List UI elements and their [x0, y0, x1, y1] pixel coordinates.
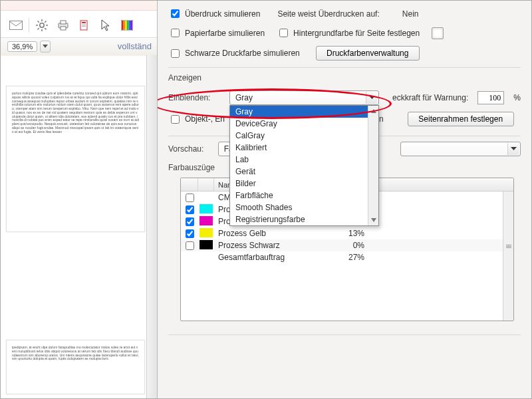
dropdown-option[interactable]: Gerät [230, 166, 378, 178]
vorschau-combo-right[interactable] [400, 142, 521, 156]
color-swatch [200, 240, 213, 249]
fit-label[interactable]: vollständ [118, 41, 152, 51]
opacity-input[interactable] [477, 91, 504, 104]
row-checkbox-cell[interactable] [181, 227, 198, 240]
svg-rect-15 [82, 25, 86, 25]
einblenden-combo-value: Gray [235, 93, 253, 102]
dropdown-option[interactable]: DeviceGray [230, 118, 378, 130]
page-overprint-value: Nein [402, 9, 419, 19]
overprint-simulate-input[interactable] [171, 9, 180, 18]
document-preflight-icon[interactable] [76, 17, 93, 33]
print-icon[interactable] [55, 17, 72, 33]
row-checkbox[interactable] [186, 217, 194, 226]
table-scrollbar[interactable] [503, 192, 513, 321]
svg-rect-18 [122, 21, 124, 30]
row-swatch-cell [198, 252, 214, 263]
row-swatch-cell [198, 216, 214, 227]
row-checkbox-cell[interactable] [181, 239, 198, 252]
dropdown-scrollbar[interactable] [368, 106, 378, 225]
papercolor-checkbox[interactable]: Papierfarbe simulieren [168, 27, 265, 39]
page-thumbnail-1[interactable]: portos molupta cusdae quis el iplendebe … [6, 86, 145, 232]
row-checkbox-cell[interactable] [181, 192, 198, 204]
deckkraft-label: eckkraft für Warnung: [392, 93, 468, 102]
dropdown-option[interactable]: Smooth Shades [230, 201, 378, 213]
row-checkbox[interactable] [186, 194, 194, 202]
chevron-down-icon[interactable] [366, 92, 377, 104]
objekt-checkbox[interactable]: Objekt-, En [168, 113, 225, 126]
scroll-down-arrow-icon[interactable] [368, 215, 378, 225]
table-row[interactable]: Prozess Schwarz0% [181, 239, 513, 251]
page-thumbnail-2[interactable]: ipedipsam, at erorit ulpa dolum facepudi… [6, 340, 145, 394]
blackink-input[interactable] [171, 49, 180, 58]
row-checkbox[interactable] [186, 241, 194, 250]
gear-icon[interactable] [33, 17, 51, 33]
zoom-dropdown-button[interactable] [40, 41, 51, 53]
svg-rect-21 [127, 21, 129, 30]
dropdown-option[interactable]: Bilder [230, 178, 378, 190]
dropdown-option[interactable]: Lab [230, 154, 378, 166]
zoom-row: 36,9% vollständ [1, 37, 157, 56]
blackink-checkbox[interactable]: Schwarze Druckfarbe simulieren [168, 47, 300, 60]
einblenden-dropdown[interactable]: GrayDeviceGrayCalGrayKalibriertLabGerätB… [229, 105, 379, 226]
svg-rect-23 [130, 21, 132, 30]
einblenden-combo[interactable]: Gray [229, 90, 379, 105]
scroll-up-arrow-icon[interactable] [368, 106, 378, 116]
page-overprint-static: Seite weist Überdrucken auf: [277, 9, 379, 19]
svg-rect-19 [124, 21, 126, 30]
objekt-input[interactable] [171, 115, 180, 124]
svg-rect-16 [82, 26, 86, 27]
objekt-tail: n [379, 114, 384, 124]
seitenrahmen-button[interactable]: Seitenrahmen festlegen [408, 112, 514, 126]
svg-line-6 [38, 21, 39, 23]
overprint-simulate-checkbox[interactable]: Überdruck simulieren [168, 7, 260, 20]
left-vertical-scrollbar[interactable] [146, 55, 157, 399]
papercolor-input[interactable] [171, 29, 180, 37]
col-header-check [181, 178, 198, 191]
svg-rect-11 [61, 21, 66, 24]
row-checkbox[interactable] [186, 229, 194, 238]
einblenden-label: Einblenden: [168, 93, 216, 102]
chevron-down-icon[interactable] [507, 143, 519, 155]
cursor-icon[interactable] [97, 17, 114, 33]
row-checkbox[interactable] [186, 205, 194, 214]
pagebackground-checkbox[interactable]: Hintergrundfarbe für Seite festlegen [277, 27, 420, 39]
svg-rect-0 [10, 21, 23, 30]
dropdown-option[interactable]: Kalibriert [230, 142, 378, 154]
overprint-simulate-label: Überdruck simulieren [185, 9, 260, 19]
row-checkbox-cell[interactable] [181, 203, 198, 216]
paper-row: Papierfarbe simulieren Hintergrundfarbe … [168, 27, 521, 39]
row-name: Prozess Schwarz [214, 241, 334, 250]
color-spectrum-icon[interactable] [118, 17, 136, 33]
color-swatch [200, 204, 213, 213]
dropdown-option[interactable]: Registrierungsfarbe [230, 213, 378, 225]
black-ink-row: Schwarze Druckfarbe simulieren Druckfarb… [168, 46, 521, 61]
objekt-label: Objekt-, En [185, 114, 225, 124]
row-swatch-cell [198, 240, 214, 251]
dropdown-option[interactable]: CalGray [230, 130, 378, 142]
col-header-swatch [198, 178, 214, 191]
color-swatch [200, 216, 213, 225]
pagebackground-input[interactable] [279, 29, 288, 37]
row-value: 27% [334, 253, 368, 262]
row-value: 0% [334, 241, 368, 250]
dropdown-option[interactable]: Gray [230, 106, 378, 118]
separator [168, 67, 521, 68]
pagebackground-color-swatch[interactable] [432, 27, 444, 39]
blackink-label: Schwarze Druckfarbe simulieren [185, 49, 300, 58]
zoom-value[interactable]: 36,9% [7, 41, 37, 52]
separator-3 [168, 334, 521, 335]
table-row[interactable]: Prozess Gelb13% [181, 227, 513, 239]
row-name: Prozess Gelb [214, 229, 334, 238]
dropdown-option[interactable]: Farbfläche [230, 190, 378, 201]
row-name: Gesamtfarbauftrag [214, 253, 334, 262]
svg-line-9 [38, 28, 39, 29]
left-toolbar [1, 11, 157, 37]
mail-icon[interactable] [7, 17, 25, 33]
table-row[interactable]: Gesamtfarbauftrag27% [181, 251, 513, 263]
svg-rect-20 [125, 21, 127, 30]
ink-manager-button[interactable]: Druckfarbenverwaltung [316, 46, 420, 61]
svg-rect-22 [128, 21, 130, 30]
overprint-row: Überdruck simulieren Seite weist Überdru… [168, 7, 521, 20]
left-pane: 36,9% vollständ portos molupta cusdae qu… [1, 1, 158, 399]
row-checkbox-cell[interactable] [181, 215, 198, 228]
